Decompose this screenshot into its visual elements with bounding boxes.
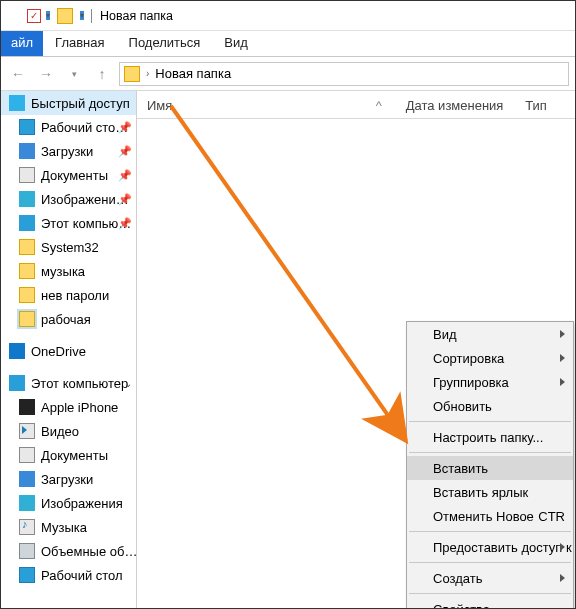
fold-icon bbox=[19, 311, 35, 327]
menu-item[interactable]: Отменить НовоеCTR bbox=[407, 504, 573, 528]
desk-icon bbox=[19, 119, 35, 135]
sidebar-item-label: Загрузки bbox=[41, 472, 93, 487]
sidebar-item[interactable]: Этот компью…📌 bbox=[1, 211, 136, 235]
desk-icon bbox=[19, 567, 35, 583]
fold-icon bbox=[19, 287, 35, 303]
sidebar-item[interactable]: Загрузки📌 bbox=[1, 139, 136, 163]
sidebar-item-label: Рабочий стол bbox=[41, 568, 123, 583]
qat-check-icon[interactable]: ✓ bbox=[27, 9, 41, 23]
sidebar-item[interactable]: Изображени…📌 bbox=[1, 187, 136, 211]
menu-separator bbox=[409, 531, 571, 532]
menu-item[interactable]: Сортировка bbox=[407, 346, 573, 370]
sidebar-item-label: Изображени… bbox=[41, 192, 129, 207]
sidebar-item-label: рабочая bbox=[41, 312, 91, 327]
menu-shortcut: CTR bbox=[538, 509, 565, 524]
nav-forward-button[interactable]: → bbox=[35, 63, 57, 85]
menu-item-label: Вставить ярлык bbox=[433, 485, 528, 500]
sidebar-item[interactable]: Apple iPhone bbox=[1, 395, 136, 419]
address-field[interactable]: › Новая папка bbox=[119, 62, 569, 86]
column-date[interactable]: Дата изменения bbox=[396, 98, 515, 113]
docs-icon bbox=[19, 447, 35, 463]
menu-item-label: Вид bbox=[433, 327, 457, 342]
pics-icon bbox=[19, 191, 35, 207]
sidebar-item-label: Изображения bbox=[41, 496, 123, 511]
onedrive-icon bbox=[9, 343, 25, 359]
sidebar-item-label: Документы bbox=[41, 448, 108, 463]
column-type[interactable]: Тип bbox=[515, 98, 575, 113]
menu-separator bbox=[409, 562, 571, 563]
tab-home[interactable]: Главная bbox=[43, 31, 116, 56]
sidebar-onedrive[interactable]: OneDrive bbox=[1, 339, 136, 363]
chevron-down-icon[interactable]: ⌄ bbox=[124, 378, 132, 389]
app-icon bbox=[7, 8, 23, 24]
down-icon bbox=[19, 471, 35, 487]
sidebar-item[interactable]: Рабочий сто…📌 bbox=[1, 115, 136, 139]
menu-item[interactable]: Вставить ярлык bbox=[407, 480, 573, 504]
sidebar-item[interactable]: рабочая bbox=[1, 307, 136, 331]
menu-separator bbox=[409, 421, 571, 422]
menu-item[interactable]: Настроить папку... bbox=[407, 425, 573, 449]
sidebar-item[interactable]: музыка bbox=[1, 259, 136, 283]
titlebar: ✓ ▾ ▾ Новая папка bbox=[1, 1, 575, 31]
menu-item[interactable]: Свойства bbox=[407, 597, 573, 609]
sidebar-item[interactable]: Музыка bbox=[1, 515, 136, 539]
star-icon bbox=[9, 95, 25, 111]
sidebar-item[interactable]: System32 bbox=[1, 235, 136, 259]
menu-item-label: Обновить bbox=[433, 399, 492, 414]
menu-item[interactable]: Группировка bbox=[407, 370, 573, 394]
sidebar-quick-access[interactable]: Быстрый доступ bbox=[1, 91, 136, 115]
sidebar-label: OneDrive bbox=[31, 344, 86, 359]
sidebar-item[interactable]: Документы📌 bbox=[1, 163, 136, 187]
chevron-right-icon: › bbox=[146, 68, 149, 79]
pin-icon: 📌 bbox=[118, 121, 132, 134]
sidebar-thispc[interactable]: Этот компьютер ⌄ bbox=[1, 371, 136, 395]
menu-item-label: Группировка bbox=[433, 375, 509, 390]
sidebar-item-label: музыка bbox=[41, 264, 85, 279]
pc-icon bbox=[19, 215, 35, 231]
sidebar-item[interactable]: Изображения bbox=[1, 491, 136, 515]
sidebar-item-label: Рабочий сто… bbox=[41, 120, 128, 135]
vid-icon bbox=[19, 423, 35, 439]
sidebar: Быстрый доступ Рабочий сто…📌Загрузки📌Док… bbox=[1, 91, 137, 608]
sidebar-item[interactable]: нев пароли bbox=[1, 283, 136, 307]
sidebar-item-label: Apple iPhone bbox=[41, 400, 118, 415]
menu-item-label: Отменить Новое bbox=[433, 509, 534, 524]
sidebar-item-label: Музыка bbox=[41, 520, 87, 535]
fold-icon bbox=[19, 263, 35, 279]
menu-item-label: Вставить bbox=[433, 461, 488, 476]
column-name[interactable]: Имя bbox=[137, 98, 396, 113]
menu-item[interactable]: Вид bbox=[407, 322, 573, 346]
folder-icon bbox=[124, 66, 140, 82]
menu-separator bbox=[409, 452, 571, 453]
qat-dropdown-icon[interactable]: ▾ bbox=[46, 11, 50, 20]
mus-icon bbox=[19, 519, 35, 535]
sidebar-item[interactable]: Объемные об… bbox=[1, 539, 136, 563]
pics-icon bbox=[19, 495, 35, 511]
window-title: Новая папка bbox=[100, 9, 173, 23]
sidebar-item[interactable]: Видео bbox=[1, 419, 136, 443]
columns-header: Имя ^ Дата изменения Тип bbox=[137, 91, 575, 119]
context-menu: ВидСортировкаГруппировкаОбновитьНастроит… bbox=[406, 321, 574, 609]
sidebar-label: Быстрый доступ bbox=[31, 96, 130, 111]
pin-icon: 📌 bbox=[118, 217, 132, 230]
pc-icon bbox=[9, 375, 25, 391]
sidebar-item[interactable]: Документы bbox=[1, 443, 136, 467]
menu-item[interactable]: Вставить bbox=[407, 456, 573, 480]
menu-item[interactable]: Обновить bbox=[407, 394, 573, 418]
menu-item[interactable]: Создать bbox=[407, 566, 573, 590]
qat-dropdown2-icon[interactable]: ▾ bbox=[80, 11, 84, 20]
tab-share[interactable]: Поделиться bbox=[117, 31, 213, 56]
nav-back-button[interactable]: ← bbox=[7, 63, 29, 85]
pin-icon: 📌 bbox=[118, 169, 132, 182]
tab-view[interactable]: Вид bbox=[212, 31, 260, 56]
sidebar-item-label: System32 bbox=[41, 240, 99, 255]
sidebar-item[interactable]: Рабочий стол bbox=[1, 563, 136, 587]
menu-item-label: Создать bbox=[433, 571, 482, 586]
address-path: Новая папка bbox=[155, 66, 231, 81]
sidebar-item[interactable]: Загрузки bbox=[1, 467, 136, 491]
menu-item[interactable]: Предоставить доступ к bbox=[407, 535, 573, 559]
nav-up-button[interactable]: ↑ bbox=[91, 63, 113, 85]
menu-item-label: Сортировка bbox=[433, 351, 504, 366]
nav-history-button[interactable]: ▾ bbox=[63, 63, 85, 85]
tab-file[interactable]: айл bbox=[1, 31, 43, 56]
